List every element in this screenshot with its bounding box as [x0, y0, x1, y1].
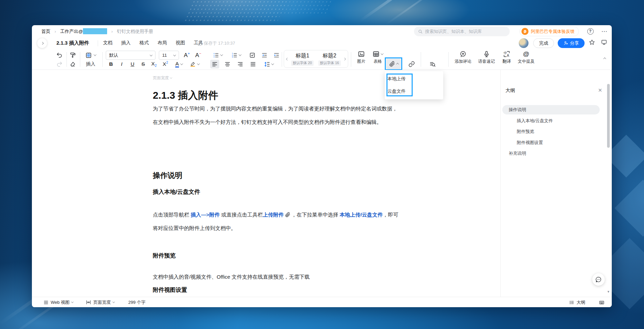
- highlighter-icon: [190, 61, 196, 67]
- paragraph-style-panel: 标题1默认字体 20标题2默认字体 16: [284, 50, 348, 68]
- desktop-streak: [385, 0, 441, 26]
- style-name: 标题1: [295, 52, 309, 59]
- font-color-button[interactable]: A: [172, 60, 186, 68]
- outline-title: 大纲: [505, 87, 515, 94]
- doc-inline-link[interactable]: 上传附件: [263, 212, 284, 218]
- outline-item[interactable]: 补充说明: [502, 149, 600, 158]
- more-options-button[interactable]: ⋯: [600, 27, 609, 36]
- shortcut-keyboard-button[interactable]: [599, 297, 605, 307]
- attachment-dropdown-menu: 本地上传云盘文件: [385, 71, 443, 99]
- subscript-button[interactable]: X2: [149, 60, 158, 68]
- superscript-button[interactable]: X2: [161, 60, 170, 68]
- menu-item[interactable]: 布局: [157, 40, 167, 46]
- table-icon: [372, 50, 380, 58]
- insert-image-button[interactable]: 图片: [354, 50, 369, 69]
- mention-button[interactable]: @ 文中提及: [515, 50, 537, 69]
- breadcrumb-home[interactable]: 首页: [41, 29, 50, 34]
- upload-attachment-button[interactable]: [386, 59, 401, 69]
- chat-bubble-icon: [595, 276, 602, 283]
- view-mode-toggle[interactable]: Web 视图: [43, 297, 73, 307]
- italic-button[interactable]: I: [117, 60, 126, 68]
- done-button[interactable]: 完成: [533, 38, 554, 48]
- breadcrumb-folder[interactable]: 工作产出@: [60, 29, 83, 34]
- menu-item[interactable]: 文档: [103, 40, 112, 46]
- floating-chat-button[interactable]: [592, 273, 605, 286]
- font-family-value: 默认: [109, 52, 118, 58]
- attachment-annotation-box: [385, 57, 402, 70]
- add-comment-button[interactable]: 添加评论: [452, 50, 474, 69]
- font-family-select[interactable]: 默认: [106, 51, 155, 60]
- strikethrough-button[interactable]: S: [139, 60, 148, 68]
- present-screen-button[interactable]: [601, 39, 607, 46]
- bullet-list-button[interactable]: [210, 51, 225, 59]
- align-justify-button[interactable]: [248, 60, 258, 68]
- highlight-color-button[interactable]: [188, 60, 201, 68]
- increase-font-button[interactable]: A+: [182, 51, 191, 59]
- insert-menu-label[interactable]: 插入: [82, 60, 100, 68]
- translate-button[interactable]: 中A 翻译: [499, 50, 514, 69]
- voice-note-button[interactable]: 语音速记: [476, 50, 497, 69]
- outline-close-button[interactable]: ✕: [598, 87, 602, 93]
- search-placeholder: 搜索知识页、知识本、知识库: [425, 29, 482, 35]
- attach-menu-item[interactable]: 本地上传: [387, 76, 406, 82]
- outdent-button[interactable]: [260, 51, 269, 59]
- decrease-font-button[interactable]: A−: [194, 51, 203, 59]
- collapse-toolbar-button[interactable]: [600, 54, 609, 63]
- menu-item[interactable]: 格式: [139, 40, 149, 46]
- web-view-icon: [43, 300, 49, 305]
- underline-button[interactable]: U: [128, 60, 137, 68]
- align-right-button[interactable]: [236, 60, 245, 68]
- find-replace-button[interactable]: [425, 59, 440, 69]
- doc-inline-link[interactable]: 本地上传/云盘文件: [340, 212, 383, 218]
- undo-button[interactable]: [55, 51, 64, 59]
- page-width-toggle[interactable]: 页面宽度: [153, 75, 172, 81]
- style-panel-next-icon[interactable]: [343, 57, 346, 60]
- paragraph-style-card[interactable]: 标题2默认字体 16: [316, 52, 342, 66]
- align-left-button[interactable]: [210, 60, 219, 68]
- font-size-select[interactable]: 11: [159, 51, 179, 60]
- scrollbar-thumb[interactable]: [607, 84, 610, 148]
- insert-link-button[interactable]: [405, 59, 418, 69]
- redo-button[interactable]: [55, 60, 64, 68]
- attach-menu-item[interactable]: 云盘文件: [387, 88, 406, 94]
- numbered-list-button[interactable]: 123: [229, 51, 243, 59]
- title-menu-bar: 2.1.3 插入附件 文档插入格式布局视图工具 保存于 17:10:37 完成 …: [32, 37, 612, 49]
- outline-item[interactable]: 附件预览: [502, 127, 600, 136]
- breadcrumb-separator: ›: [111, 29, 112, 34]
- indent-button[interactable]: [272, 51, 281, 59]
- word-count: 299 个字: [128, 297, 145, 307]
- outline-item[interactable]: 插入本地/云盘文件: [502, 116, 600, 126]
- doc-inline-link[interactable]: 插入—>附件: [191, 212, 220, 218]
- insert-table-button[interactable]: 表格: [369, 50, 386, 69]
- bold-button[interactable]: B: [106, 60, 116, 68]
- search-input[interactable]: 搜索知识页、知识本、知识库: [414, 27, 510, 36]
- align-center-button[interactable]: [223, 60, 232, 68]
- divider: [66, 52, 67, 67]
- feedback-button[interactable]: 阿里巴巴专属体验反馈: [519, 27, 579, 36]
- page-width-mode-toggle[interactable]: 页面宽度: [86, 297, 114, 307]
- format-painter-button[interactable]: [68, 51, 77, 59]
- divider: [80, 52, 80, 67]
- expand-panel-button[interactable]: [37, 38, 47, 48]
- menu-item[interactable]: 视图: [176, 40, 185, 46]
- outline-icon: [569, 300, 574, 305]
- clear-format-button[interactable]: [68, 60, 77, 68]
- page-width-label: 页面宽度: [153, 75, 169, 81]
- paragraph-style-card[interactable]: 标题1默认字体 20: [289, 52, 316, 66]
- avatar[interactable]: [519, 38, 528, 48]
- outline-item[interactable]: 附件视图设置: [502, 138, 600, 147]
- favorite-star-button[interactable]: [589, 39, 595, 46]
- line-spacing-button[interactable]: [261, 60, 276, 68]
- task-list-button[interactable]: [248, 51, 257, 59]
- outline-toggle[interactable]: 大纲: [569, 297, 585, 307]
- mention-label: 文中提及: [518, 59, 535, 64]
- help-button[interactable]: ?: [586, 27, 595, 36]
- chevron-down-icon: [112, 301, 115, 303]
- share-button[interactable]: 分享: [558, 38, 585, 48]
- chevron-down-icon: [150, 53, 152, 56]
- menu-item[interactable]: 插入: [121, 40, 131, 46]
- scrollbar-down-arrow[interactable]: ▼: [607, 290, 610, 294]
- insert-object-button[interactable]: [82, 51, 99, 59]
- outline-item[interactable]: 操作说明: [502, 105, 600, 114]
- add-comment-label: 添加评论: [455, 59, 471, 64]
